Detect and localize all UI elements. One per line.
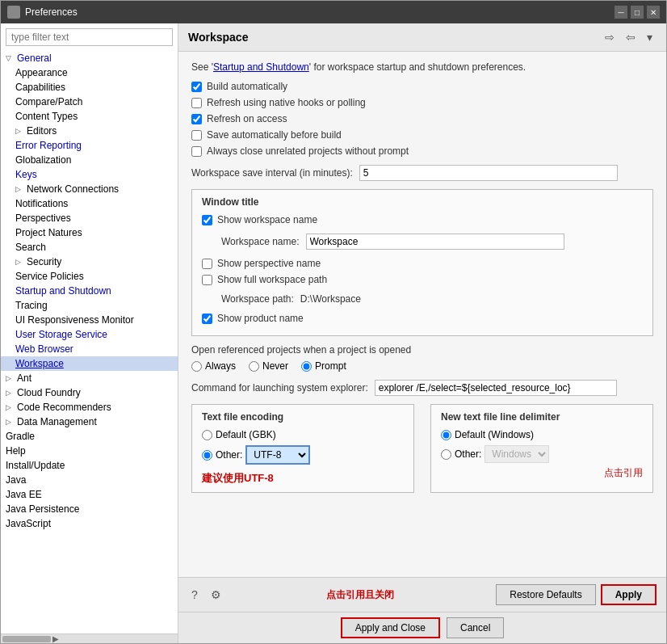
sidebar-item-perspectives[interactable]: Perspectives [1, 211, 178, 225]
sidebar-item-user-storage[interactable]: User Storage Service [1, 327, 178, 342]
radio-prompt[interactable] [301, 361, 312, 372]
workspace-name-input[interactable] [306, 234, 564, 250]
sidebar-item-label-search: Search [15, 242, 46, 253]
sidebar-item-keys[interactable]: Keys [1, 167, 178, 182]
sidebar-item-general[interactable]: ▽ General [1, 51, 178, 65]
sidebar-item-cloud-foundry[interactable]: ▷ Cloud Foundry [1, 385, 178, 400]
settings-button[interactable]: ⚙ [208, 587, 224, 603]
apply-annotation: 点击引用 [441, 466, 643, 480]
show-perspective-checkbox[interactable] [202, 259, 212, 269]
sidebar-item-notifications[interactable]: Notifications [1, 196, 178, 211]
sidebar-item-java-persistence[interactable]: Java Persistence [1, 502, 178, 516]
nav-forward-button[interactable]: ⇨ [601, 28, 619, 46]
expand-arrow-security: ▷ [15, 258, 25, 266]
encoding-select[interactable]: UTF-8 GBK ISO-8859-1 [245, 445, 310, 465]
radio-never-row[interactable]: Never [249, 360, 288, 372]
sidebar-item-compare-patch[interactable]: Compare/Patch [1, 95, 178, 109]
sidebar-item-label-editors: Editors [27, 125, 57, 137]
sidebar-item-data-management[interactable]: ▷ Data Management [1, 415, 178, 429]
cancel-button[interactable]: Cancel [447, 617, 504, 638]
sidebar-item-error-reporting[interactable]: Error Reporting [1, 138, 178, 153]
apply-button[interactable]: Apply [601, 584, 657, 605]
encoding-default-radio[interactable] [202, 430, 212, 440]
sidebar-item-code-recommenders[interactable]: ▷ Code Recommenders [1, 400, 178, 415]
show-product-checkbox[interactable] [202, 314, 212, 324]
delimiter-other-row[interactable]: Other: Windows Unix Mac [441, 445, 643, 463]
checkbox-save-before-row: Save automatically before build [191, 129, 653, 141]
sidebar-item-label-appearance: Appearance [15, 67, 68, 78]
sidebar-item-search[interactable]: Search [1, 240, 178, 255]
show-full-path-checkbox[interactable] [202, 275, 212, 285]
sidebar-item-label-user-storage: User Storage Service [15, 329, 107, 340]
help-button[interactable]: ? [188, 587, 201, 603]
encoding-other-radio[interactable] [202, 450, 212, 461]
scroll-right-button[interactable]: ▶ [52, 634, 59, 643]
close-unrelated-checkbox[interactable] [191, 146, 202, 157]
delimiter-title: New text file line delimiter [441, 411, 643, 423]
sidebar-item-capabilities[interactable]: Capabilities [1, 80, 178, 95]
sidebar-item-tracing[interactable]: Tracing [1, 298, 178, 313]
save-before-label: Save automatically before build [207, 129, 342, 141]
build-auto-label: Build automatically [207, 81, 287, 92]
sidebar-item-help[interactable]: Help [1, 444, 178, 458]
minimize-button[interactable]: ─ [615, 6, 627, 19]
apply-close-annotation: 点击引用且关闭 [224, 588, 496, 602]
sidebar-item-gradle[interactable]: Gradle [1, 429, 178, 444]
workspace-path-row: Workspace path: D:\Workspace [202, 293, 643, 305]
close-button[interactable]: ✕ [647, 6, 660, 19]
restore-defaults-button[interactable]: Restore Defaults [496, 584, 595, 605]
refresh-native-checkbox[interactable] [191, 98, 202, 108]
sidebar-item-service-policies[interactable]: Service Policies [1, 269, 178, 284]
refresh-access-checkbox[interactable] [191, 114, 202, 124]
encoding-other-row[interactable]: Other: UTF-8 GBK ISO-8859-1 [202, 445, 404, 465]
sidebar-item-appearance[interactable]: Appearance [1, 65, 178, 80]
nav-back-button[interactable]: ⇦ [622, 28, 640, 46]
radio-always[interactable] [191, 361, 202, 372]
sidebar-item-label-install-update: Install/Update [6, 460, 65, 471]
show-workspace-name-checkbox[interactable] [202, 215, 212, 225]
sidebar-item-ant[interactable]: ▷ Ant [1, 371, 178, 385]
sidebar-item-javascript[interactable]: JavaScript [1, 516, 178, 531]
filter-input[interactable] [6, 28, 173, 46]
sidebar-item-java-ee[interactable]: Java EE [1, 487, 178, 502]
delimiter-default-row[interactable]: Default (Windows) [441, 429, 643, 440]
sidebar-item-label-web-browser: Web Browser [15, 343, 73, 355]
workspace-name-row: Workspace name: [202, 234, 643, 250]
sidebar-item-content-types[interactable]: Content Types [1, 109, 178, 124]
sidebar-item-editors[interactable]: ▷ Editors [1, 124, 178, 138]
radio-prompt-row[interactable]: Prompt [301, 360, 346, 372]
sidebar-item-label-keys: Keys [15, 169, 37, 180]
startup-shutdown-link[interactable]: Startup and Shutdown [213, 61, 309, 73]
save-interval-input[interactable] [359, 165, 618, 181]
nav-menu-button[interactable]: ▾ [643, 28, 657, 46]
sidebar-item-security[interactable]: ▷ Security [1, 255, 178, 269]
build-auto-checkbox[interactable] [191, 82, 202, 92]
radio-never[interactable] [249, 361, 259, 372]
tree: ▽ General Appearance Capabilities Compar… [1, 51, 178, 633]
command-row: Command for launching system explorer: [191, 380, 653, 396]
sidebar-item-network-connections[interactable]: ▷ Network Connections [1, 182, 178, 196]
delimiter-default-radio[interactable] [441, 430, 451, 440]
delimiter-other-radio[interactable] [441, 449, 451, 460]
delimiter-select[interactable]: Windows Unix Mac [485, 445, 549, 463]
command-label: Command for launching system explorer: [191, 382, 368, 394]
sidebar-item-project-natures[interactable]: Project Natures [1, 225, 178, 240]
sidebar-item-ui-responsiveness[interactable]: UI Responsiveness Monitor [1, 313, 178, 327]
encoding-default-row[interactable]: Default (GBK) [202, 429, 404, 440]
footer: ? ⚙ 点击引用且关闭 Restore Defaults Apply [178, 577, 666, 612]
sidebar-item-workspace[interactable]: Workspace [1, 356, 178, 371]
expand-arrow-code-recommenders: ▷ [6, 403, 15, 411]
radio-always-row[interactable]: Always [191, 360, 236, 372]
workspace-path-value: D:\Workspace [300, 293, 361, 305]
sidebar-item-java[interactable]: Java [1, 473, 178, 487]
maximize-button[interactable]: □ [631, 6, 644, 19]
sidebar-item-startup-shutdown[interactable]: Startup and Shutdown [1, 284, 178, 298]
sidebar-item-globalization[interactable]: Globalization [1, 153, 178, 167]
apply-close-button[interactable]: Apply and Close [341, 617, 440, 638]
save-before-checkbox[interactable] [191, 130, 202, 141]
command-input[interactable] [375, 380, 617, 396]
sidebar-item-web-browser[interactable]: Web Browser [1, 342, 178, 356]
main-content: ▽ General Appearance Capabilities Compar… [1, 23, 666, 643]
sidebar-scrollbar[interactable]: ▶ [1, 633, 178, 643]
sidebar-item-install-update[interactable]: Install/Update [1, 458, 178, 473]
